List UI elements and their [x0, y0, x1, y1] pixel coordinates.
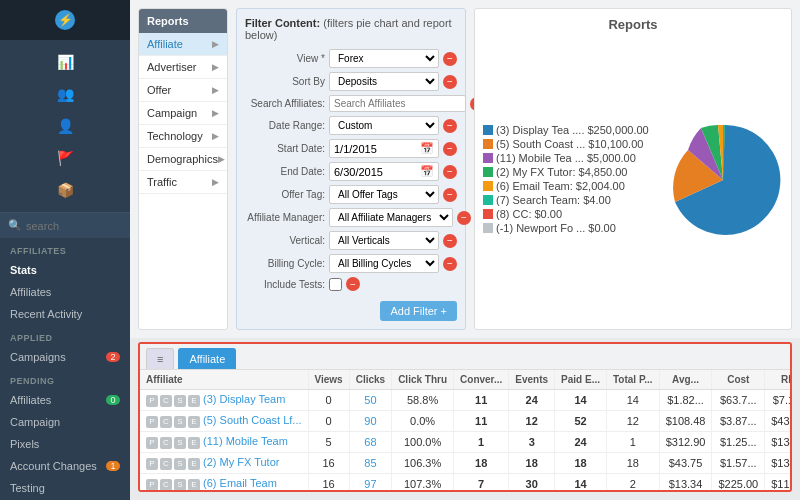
filter-remove-billing-cycle[interactable]: − — [443, 257, 457, 271]
pie-chart — [663, 120, 783, 240]
nav-icon-box[interactable]: 📦 — [0, 174, 130, 206]
cell-clicks: 85 — [349, 453, 391, 474]
affiliate-link[interactable]: (3) Display Team — [203, 393, 285, 405]
row-icons: P C S E — [146, 395, 200, 407]
reports-menu-item-traffic[interactable]: Traffic ▶ — [139, 171, 227, 194]
legend-item-2: (11) Mobile Tea ... $5,000.00 — [483, 152, 653, 164]
col-header-total-p[interactable]: Total P... — [607, 370, 660, 390]
filter-input-start-date[interactable]: 1/1/2015 📅 — [329, 139, 439, 158]
col-header-clicks[interactable]: Clicks — [349, 370, 391, 390]
sidebar-item-recent-activity[interactable]: Recent Activity — [0, 303, 130, 325]
filter-select-billing-cycle[interactable]: All Billing Cycles — [329, 254, 439, 273]
filter-remove-date-range[interactable]: − — [443, 119, 457, 133]
sidebar-item-account-changes[interactable]: Account Changes 1 — [0, 455, 130, 477]
affiliate-link[interactable]: (6) Email Team — [203, 477, 277, 489]
cell-paid-e: 14 — [555, 390, 607, 411]
cell-conversions: 11 — [454, 390, 509, 411]
cell-events: 3 — [509, 432, 555, 453]
filter-remove-affiliate-manager[interactable]: − — [457, 211, 471, 225]
col-header-views[interactable]: Views — [308, 370, 349, 390]
cell-avg: $43.75 — [659, 453, 712, 474]
chevron-right-icon-campaign: ▶ — [212, 108, 219, 118]
filter-row-sort-by: Sort By Deposits − — [245, 72, 457, 91]
filter-remove-sort-by[interactable]: − — [443, 75, 457, 89]
filter-remove-vertical[interactable]: − — [443, 234, 457, 248]
filter-remove-offer-tag[interactable]: − — [443, 188, 457, 202]
clicks-link[interactable]: 90 — [364, 415, 376, 427]
affiliate-link[interactable]: (11) Mobile Team — [203, 435, 288, 447]
col-header-cost[interactable]: Cost — [712, 370, 765, 390]
row-icons: P C S E — [146, 479, 200, 491]
add-filter-button[interactable]: Add Filter + — [380, 301, 457, 321]
app-logo-icon: ⚡ — [55, 10, 75, 30]
filter-remove-view[interactable]: − — [443, 52, 457, 66]
search-input[interactable] — [26, 220, 122, 232]
row-icon-person: P — [146, 437, 158, 449]
main-content: Reports Affiliate ▶ Advertiser ▶ Offer ▶… — [130, 0, 800, 500]
table-header-row: Affiliate Views Clicks Click Thru Conver… — [140, 370, 792, 390]
sidebar-item-affiliates-pending[interactable]: Affiliates 0 — [0, 389, 130, 411]
table-tab-row[interactable]: ≡ — [146, 348, 174, 369]
filter-label-vertical: Vertical: — [245, 235, 325, 246]
reports-menu-item-affiliate[interactable]: Affiliate ▶ — [139, 33, 227, 56]
filter-input-end-date[interactable]: 6/30/2015 📅 — [329, 162, 439, 181]
table-tab-affiliate[interactable]: Affiliate — [178, 348, 236, 369]
col-header-paid-e[interactable]: Paid E... — [555, 370, 607, 390]
filter-select-offer-tag[interactable]: All Offer Tags — [329, 185, 439, 204]
row-icon-chart: C — [160, 416, 172, 428]
clicks-link[interactable]: 85 — [364, 457, 376, 469]
col-header-events[interactable]: Events — [509, 370, 555, 390]
sidebar-item-affiliates[interactable]: Affiliates — [0, 281, 130, 303]
filter-label-offer-tag: Offer Tag: — [245, 189, 325, 200]
chevron-right-icon-technology: ▶ — [212, 131, 219, 141]
nav-icon-chart[interactable]: 📊 — [0, 46, 130, 78]
filter-input-search-affiliates[interactable] — [329, 95, 466, 112]
filter-remove-end-date[interactable]: − — [443, 165, 457, 179]
nav-icon-users[interactable]: 👥 — [0, 78, 130, 110]
filter-select-affiliate-manager[interactable]: All Affiliate Managers — [329, 208, 453, 227]
reports-menu-item-advertiser[interactable]: Advertiser ▶ — [139, 56, 227, 79]
filter-remove-start-date[interactable]: − — [443, 142, 457, 156]
cell-click-thru: 58.8% — [392, 390, 454, 411]
reports-menu-item-offer[interactable]: Offer ▶ — [139, 79, 227, 102]
filter-select-vertical[interactable]: All Verticals — [329, 231, 439, 250]
sidebar-item-label-account-changes: Account Changes — [10, 460, 97, 472]
filter-label-view: View * — [245, 53, 325, 64]
filter-remove-include-tests[interactable]: − — [346, 277, 360, 291]
affiliate-link[interactable]: (2) My FX Tutor — [203, 456, 279, 468]
col-header-click-thru[interactable]: Click Thru — [392, 370, 454, 390]
cell-avg: $13.34 — [659, 474, 712, 493]
row-icon-chart: C — [160, 395, 172, 407]
nav-icon-person[interactable]: 👤 — [0, 110, 130, 142]
clicks-link[interactable]: 68 — [364, 436, 376, 448]
filter-select-view[interactable]: Forex — [329, 49, 439, 68]
sidebar-item-label-campaign-pending: Campaign — [10, 416, 60, 428]
filter-select-date-range[interactable]: Custom — [329, 116, 439, 135]
clicks-link[interactable]: 50 — [364, 394, 376, 406]
clicks-link[interactable]: 97 — [364, 478, 376, 490]
col-header-rpt[interactable]: RPT — [765, 370, 792, 390]
nav-icon-flag[interactable]: 🚩 — [0, 142, 130, 174]
affiliate-link[interactable]: (5) South Coast Lf... — [203, 414, 301, 426]
col-header-conversions[interactable]: Conver... — [454, 370, 509, 390]
sidebar-item-campaign-pending[interactable]: Campaign — [0, 411, 130, 433]
sidebar-item-campaigns[interactable]: Campaigns 2 — [0, 346, 130, 368]
reports-menu-item-demographics[interactable]: Demographics ▶ — [139, 148, 227, 171]
chevron-right-icon-affiliate: ▶ — [212, 39, 219, 49]
filter-select-sort-by[interactable]: Deposits — [329, 72, 439, 91]
cell-events: 12 — [509, 411, 555, 432]
filter-checkbox-include-tests[interactable] — [329, 278, 342, 291]
legend-color-7 — [483, 223, 493, 233]
col-header-avg[interactable]: Avg... — [659, 370, 712, 390]
sidebar-item-testing[interactable]: Testing — [0, 477, 130, 499]
cell-total-p: 2 — [607, 474, 660, 493]
reports-menu-item-technology[interactable]: Technology ▶ — [139, 125, 227, 148]
cell-rpt: $7.14... — [765, 390, 792, 411]
reports-menu-item-campaign[interactable]: Campaign ▶ — [139, 102, 227, 125]
sidebar-item-stats[interactable]: Stats — [0, 259, 130, 281]
cell-cost: $1.57... — [712, 453, 765, 474]
col-header-affiliate[interactable]: Affiliate — [140, 370, 308, 390]
filter-row-start-date: Start Date: 1/1/2015 📅 − — [245, 139, 457, 158]
legend-color-4 — [483, 181, 493, 191]
sidebar-item-pixels[interactable]: Pixels — [0, 433, 130, 455]
